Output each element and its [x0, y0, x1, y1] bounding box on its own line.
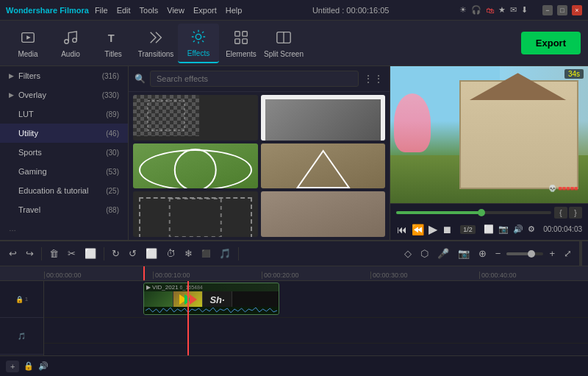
menu-help[interactable]: Help — [226, 6, 243, 15]
bracket-end-button[interactable]: } — [569, 207, 582, 219]
toolbar-icon-bag[interactable]: 🛍 — [486, 6, 494, 15]
titlebar-left: Wondershare Filmora File Edit Tools View… — [6, 6, 242, 15]
progress-fill — [396, 211, 481, 214]
effects-search-input[interactable] — [150, 71, 359, 87]
win-minimize[interactable]: − — [542, 5, 553, 15]
win-maximize[interactable]: □ — [557, 5, 567, 15]
plus-zoom-button[interactable]: + — [546, 246, 558, 260]
svg-marker-21 — [297, 151, 348, 188]
timeline-ruler: 00:00:00:00 00:00:10:00 00:00:20:00 00:0… — [0, 266, 588, 281]
progress-bar[interactable] — [396, 211, 551, 214]
screenshot-button[interactable]: 📷 — [498, 224, 509, 235]
step-back-button[interactable]: ⏪ — [411, 223, 425, 236]
add-media-button[interactable]: + — [6, 361, 19, 372]
toolbar-transitions[interactable]: Transitions — [135, 24, 176, 63]
track-label-1: 🔒 1 — [0, 281, 43, 318]
cut-button[interactable]: ✂ — [65, 246, 79, 260]
bracket-start-button[interactable]: { — [554, 207, 567, 219]
travel-label: Travel — [18, 205, 40, 214]
volume-button[interactable]: 🔊 — [512, 224, 524, 235]
mask-button[interactable]: ⬡ — [417, 246, 431, 260]
lock-all-button[interactable]: 🔒 — [24, 361, 34, 371]
speed-button[interactable]: 1/2 — [460, 225, 476, 234]
full-screen-tl-button[interactable]: ⤢ — [561, 246, 575, 260]
toolbar-titles[interactable]: T Titles — [93, 24, 134, 63]
sidebar-item-lut[interactable]: ▶LUT (89) — [0, 104, 128, 124]
effect-card-6[interactable]: ⬇ — [261, 191, 386, 237]
stop-button[interactable]: ⏹ — [441, 223, 453, 236]
redo-button[interactable]: ↪ — [23, 246, 37, 260]
delete-button[interactable]: 🗑 — [46, 246, 62, 260]
toolbar-icon-headset[interactable]: 🎧 — [471, 5, 481, 15]
progress-handle[interactable] — [478, 209, 485, 216]
effect-thumb-shapemask — [261, 143, 386, 189]
export-button[interactable]: Export — [521, 32, 581, 54]
gaming-count: (53) — [106, 168, 119, 176]
rotate-ccw-button[interactable]: ↺ — [126, 246, 140, 260]
video-clip[interactable]: ▶ VID_2021 6_165484 — [143, 283, 279, 315]
toolbar-media[interactable]: Media — [7, 24, 49, 63]
svg-point-5 — [196, 34, 201, 39]
transitions-icon — [146, 28, 165, 47]
minus-zoom-button[interactable]: − — [492, 246, 504, 260]
play-button[interactable]: ▶ — [428, 221, 438, 237]
toolbar-icon-download[interactable]: ⬇ — [521, 5, 528, 15]
effect-card-border[interactable]: Border — [261, 95, 386, 141]
skip-back-button[interactable]: ⏮ — [396, 223, 408, 236]
tl-right: ◇ ⬡ 🎤 📷 ⊕ − + ⤢ — [401, 246, 575, 260]
effect-card-shape-mask[interactable]: Shape Mask ⬇ — [261, 143, 386, 189]
toolbar-icon-star[interactable]: ★ — [498, 5, 506, 15]
mic-button[interactable]: 🎤 — [434, 246, 452, 260]
track-labels: 🔒 1 🎵 — [0, 281, 44, 355]
keyframe-button[interactable]: ◇ — [401, 246, 415, 260]
sidebar-item-more[interactable]: … — [0, 219, 128, 238]
hud-element: 💀 ■■■■■ — [548, 185, 578, 192]
toolbar-elements-label: Elements — [226, 50, 257, 58]
education-count: (25) — [106, 187, 119, 195]
sidebar-item-overlay[interactable]: ▶Overlay (330) — [0, 85, 128, 104]
effect-card-5[interactable] — [133, 191, 258, 237]
crop-button[interactable]: ⬜ — [82, 246, 99, 260]
menu-export[interactable]: Export — [193, 6, 217, 15]
effect-thumb-imgmask — [133, 143, 258, 189]
toolbar-elements[interactable]: Elements — [220, 24, 262, 63]
toolbar-split-screen[interactable]: Split Screen — [263, 24, 304, 63]
undo-button[interactable]: ↩ — [6, 246, 20, 260]
settings-button[interactable]: ⚙ — [527, 224, 536, 235]
effect-thumb-6 — [261, 191, 386, 237]
sidebar-item-utility[interactable]: ▶Utility (46) — [0, 124, 128, 143]
toolbar-icon-sun[interactable]: ☀ — [459, 5, 467, 15]
elements-icon — [232, 28, 251, 47]
toolbar-audio[interactable]: Audio — [50, 24, 91, 63]
sidebar-item-travel[interactable]: ▶Travel (88) — [0, 200, 128, 219]
win-close[interactable]: × — [572, 5, 582, 15]
ruler-mark-20: 00:00:20:00 — [262, 272, 370, 279]
menu-file[interactable]: File — [95, 6, 108, 15]
effect-card-mosaic[interactable]: Mosaic — [133, 95, 258, 141]
speed-tl-button[interactable]: ⏱ — [163, 246, 179, 260]
sidebar-item-sports[interactable]: ▶Sports (30) — [0, 143, 128, 162]
toolbar-icon-mail[interactable]: ✉ — [510, 5, 517, 15]
effect-card-image-mask[interactable]: Image Mask ⬇ — [133, 143, 258, 189]
track-lock-icon[interactable]: 🔒 — [15, 296, 24, 303]
fit-button[interactable]: ⬜ — [143, 246, 160, 260]
mute-all-button[interactable]: 🔊 — [38, 361, 49, 371]
split-button[interactable]: ⬛ — [198, 248, 213, 259]
screen-size-button[interactable]: ⬜ — [483, 224, 495, 235]
menu-tools[interactable]: Tools — [140, 6, 159, 15]
menu-view[interactable]: View — [167, 6, 184, 15]
sidebar-item-education[interactable]: ▶Education & tutorial (25) — [0, 181, 128, 200]
sidebar-item-gaming[interactable]: ▶Gaming (53) — [0, 162, 128, 181]
audio-button[interactable]: 🎵 — [216, 246, 234, 260]
more-tl-button[interactable]: ⊕ — [476, 246, 490, 260]
track-content: ▶ VID_2021 6_165484 — [44, 281, 588, 355]
sidebar-item-filters[interactable]: ▶Filters (316) — [0, 66, 128, 85]
freeze-button[interactable]: ❄ — [182, 246, 196, 260]
cam-button[interactable]: 📷 — [455, 246, 473, 260]
toolbar-effects[interactable]: Effects — [178, 24, 219, 63]
rotate-cw-button[interactable]: ↻ — [109, 246, 123, 260]
menu-edit[interactable]: Edit — [117, 6, 131, 15]
zoom-slider[interactable] — [506, 252, 543, 255]
grid-options-button[interactable]: ⋮⋮ — [363, 73, 384, 85]
clip-thumbnails: Sh· — [144, 291, 279, 307]
